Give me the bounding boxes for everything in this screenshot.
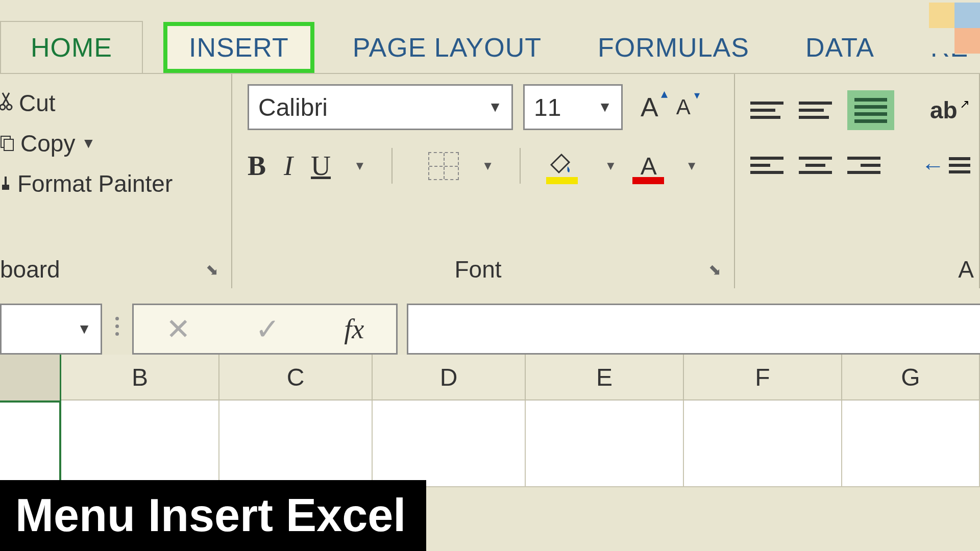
dialog-launcher-icon[interactable]: ⬊ bbox=[206, 261, 218, 279]
svg-point-0 bbox=[0, 105, 5, 110]
clipboard-label: board bbox=[0, 256, 60, 283]
overlay-caption: Menu Insert Excel bbox=[0, 480, 426, 551]
select-all-cell[interactable] bbox=[0, 355, 61, 400]
formula-input[interactable] bbox=[407, 304, 980, 355]
brush-icon bbox=[0, 170, 11, 197]
cell[interactable] bbox=[842, 400, 980, 487]
font-group: Calibri ▼ 11 ▼ A▴ A▾ B I U ▼ bbox=[232, 74, 735, 288]
fill-color-button[interactable] bbox=[546, 152, 582, 180]
chevron-down-icon: ▼ bbox=[598, 99, 612, 115]
formula-bar: ▼ ✕ ✓ fx bbox=[0, 288, 980, 355]
font-name-value: Calibri bbox=[258, 93, 328, 121]
ribbon-tabs: HOME INSERT PAGE LAYOUT FORMULAS DATA RE bbox=[0, 0, 980, 74]
cell[interactable] bbox=[373, 400, 526, 487]
cut-label: Cut bbox=[19, 89, 56, 117]
separator bbox=[520, 148, 521, 184]
font-group-label: Font bbox=[454, 256, 501, 283]
chevron-down-icon[interactable]: ▼ bbox=[81, 135, 95, 152]
tab-home[interactable]: HOME bbox=[0, 21, 143, 73]
grow-font-button[interactable]: A▴ bbox=[641, 92, 658, 122]
tab-page-layout[interactable]: PAGE LAYOUT bbox=[327, 22, 567, 73]
chevron-down-icon: ▼ bbox=[488, 99, 502, 115]
copy-label: Copy bbox=[20, 130, 75, 157]
insert-function-button[interactable]: fx bbox=[344, 313, 364, 345]
copy-icon bbox=[0, 130, 14, 157]
cell[interactable] bbox=[526, 400, 684, 487]
cell[interactable] bbox=[684, 400, 842, 487]
name-box[interactable]: ▼ bbox=[0, 304, 102, 355]
cut-button[interactable]: Cut bbox=[0, 89, 221, 117]
column-header-f[interactable]: F bbox=[684, 355, 842, 400]
italic-button[interactable]: I bbox=[284, 150, 293, 182]
alignment-label-partial: A bbox=[958, 256, 974, 283]
chevron-down-icon[interactable]: ▼ bbox=[685, 159, 698, 173]
shrink-font-button[interactable]: A▾ bbox=[676, 95, 691, 119]
svg-rect-3 bbox=[4, 139, 13, 151]
align-top-button[interactable] bbox=[750, 97, 783, 123]
orientation-icon: ab bbox=[930, 97, 958, 123]
format-painter-button[interactable]: Format Painter bbox=[0, 170, 221, 197]
column-header-d[interactable]: D bbox=[373, 355, 526, 400]
fill-color-indicator bbox=[546, 177, 578, 184]
decrease-indent-button[interactable]: ← bbox=[921, 152, 970, 179]
chevron-down-icon[interactable]: ▼ bbox=[482, 159, 494, 173]
font-color-button[interactable]: A bbox=[634, 152, 663, 180]
column-headers: B C D E F G bbox=[0, 355, 980, 400]
column-header-b[interactable]: B bbox=[61, 355, 219, 400]
align-right-button[interactable] bbox=[847, 153, 880, 178]
formula-buttons: ✕ ✓ fx bbox=[132, 304, 398, 355]
align-center-button[interactable] bbox=[799, 153, 832, 178]
column-header-g[interactable]: G bbox=[842, 355, 980, 400]
cancel-button[interactable]: ✕ bbox=[166, 312, 191, 346]
alignment-group: ab ↗ ← A bbox=[735, 74, 980, 288]
align-bottom-button[interactable] bbox=[847, 90, 894, 130]
font-color-indicator bbox=[632, 177, 664, 184]
borders-button[interactable] bbox=[428, 152, 459, 180]
tab-formulas[interactable]: FORMULAS bbox=[572, 22, 775, 73]
scissors-icon bbox=[0, 89, 13, 117]
align-middle-v-button[interactable] bbox=[799, 97, 832, 123]
font-size-select[interactable]: 11 ▼ bbox=[523, 84, 623, 130]
bucket-icon bbox=[546, 155, 574, 180]
chevron-down-icon[interactable]: ▼ bbox=[605, 159, 617, 173]
align-left-button[interactable] bbox=[750, 153, 783, 178]
bold-button[interactable]: B bbox=[248, 150, 266, 182]
chevron-down-icon[interactable]: ▼ bbox=[354, 159, 366, 173]
font-name-select[interactable]: Calibri ▼ bbox=[248, 84, 513, 130]
format-painter-label: Format Painter bbox=[17, 170, 173, 197]
column-header-c[interactable]: C bbox=[219, 355, 373, 400]
cell[interactable] bbox=[61, 400, 219, 487]
orientation-button[interactable]: ab ↗ bbox=[930, 96, 970, 124]
ribbon: Cut Copy ▼ Format Painter board ⬊ bbox=[0, 74, 980, 288]
column-header-e[interactable]: E bbox=[526, 355, 684, 400]
grip-handle[interactable] bbox=[111, 304, 123, 348]
tab-insert[interactable]: INSERT bbox=[163, 22, 314, 73]
svg-point-1 bbox=[7, 105, 12, 110]
logo-blocks bbox=[929, 3, 980, 54]
enter-button[interactable]: ✓ bbox=[255, 312, 280, 346]
active-cell[interactable] bbox=[0, 400, 61, 487]
arrow-left-icon: ← bbox=[921, 152, 945, 179]
clipboard-group: Cut Copy ▼ Format Painter board ⬊ bbox=[0, 74, 232, 288]
tab-data[interactable]: DATA bbox=[780, 22, 900, 73]
chevron-down-icon: ▼ bbox=[77, 321, 91, 337]
cell[interactable] bbox=[219, 400, 373, 487]
copy-button[interactable]: Copy ▼ bbox=[0, 130, 221, 157]
spreadsheet-grid: B C D E F G bbox=[0, 355, 980, 487]
underline-button[interactable]: U bbox=[311, 150, 331, 182]
grid-row bbox=[0, 400, 980, 487]
font-size-value: 11 bbox=[534, 93, 561, 121]
dialog-launcher-icon[interactable]: ⬊ bbox=[708, 261, 721, 279]
separator bbox=[391, 148, 393, 184]
